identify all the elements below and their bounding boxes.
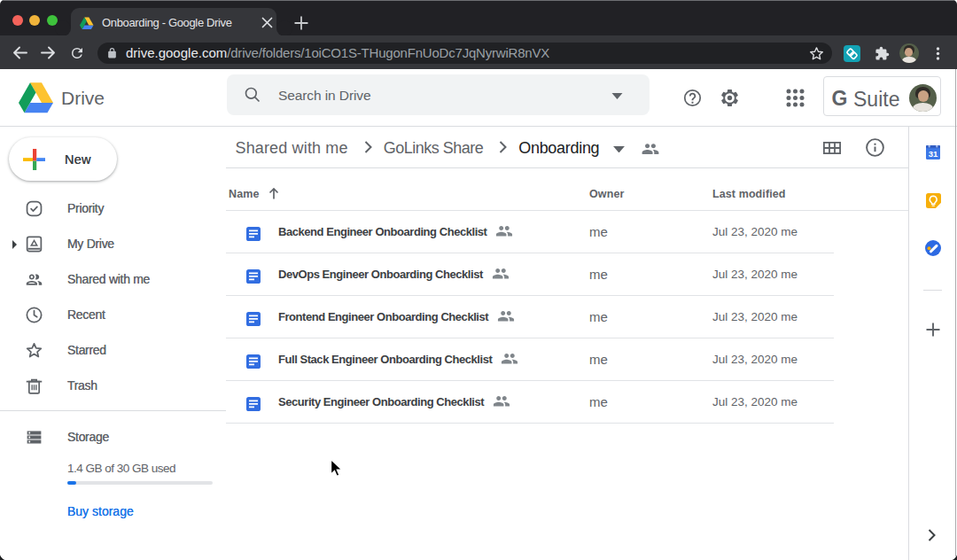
svg-text:31: 31 (929, 149, 938, 159)
